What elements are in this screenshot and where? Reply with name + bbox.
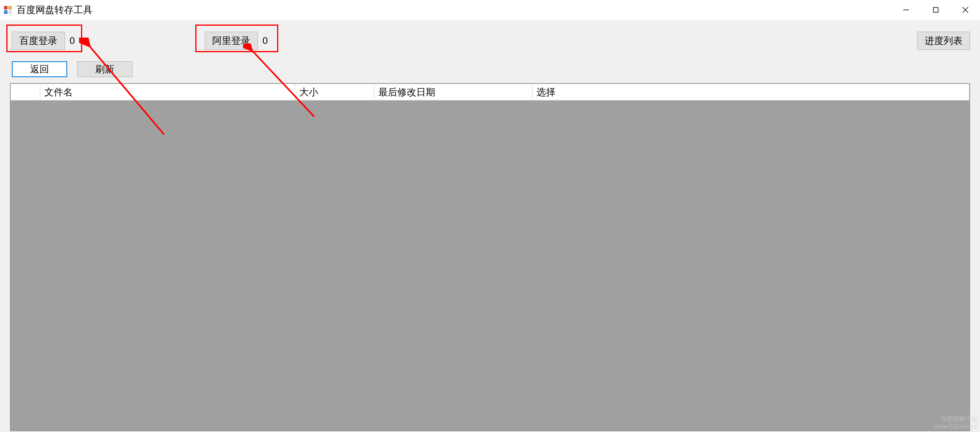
ali-login-group: 阿里登录 0 xyxy=(205,32,268,50)
watermark: 吾爱破解论坛 www.52pojie.cn xyxy=(934,415,978,430)
window-title: 百度网盘转存工具 xyxy=(17,4,93,16)
svg-rect-1 xyxy=(8,6,12,9)
app-icon xyxy=(3,5,13,15)
table-header-size[interactable]: 大小 xyxy=(295,84,374,100)
baidu-login-button[interactable]: 百度登录 xyxy=(12,32,65,50)
nav-row: 返回 刷新 xyxy=(0,59,980,83)
baidu-login-group: 百度登录 0 xyxy=(12,32,75,50)
table-header-select[interactable]: 选择 xyxy=(532,84,969,100)
refresh-button[interactable]: 刷新 xyxy=(77,61,132,77)
close-button[interactable] xyxy=(950,0,980,20)
table-header-icon[interactable] xyxy=(11,84,40,100)
table-header-filename[interactable]: 文件名 xyxy=(40,84,295,100)
svg-rect-2 xyxy=(4,10,8,14)
progress-list-button[interactable]: 进度列表 xyxy=(917,32,970,50)
svg-rect-3 xyxy=(8,10,12,14)
progress-list-group: 进度列表 xyxy=(917,32,970,50)
back-button[interactable]: 返回 xyxy=(12,61,67,77)
table-header-last-modified[interactable]: 最后修改日期 xyxy=(374,84,532,100)
window-controls xyxy=(891,0,980,20)
table-body xyxy=(11,100,969,430)
ali-login-button[interactable]: 阿里登录 xyxy=(205,32,258,50)
baidu-login-count: 0 xyxy=(70,35,75,46)
maximize-button[interactable] xyxy=(921,0,950,20)
login-toolbar: 百度登录 0 阿里登录 0 进度列表 xyxy=(0,20,980,59)
ali-login-count: 0 xyxy=(262,35,268,46)
watermark-line2: www.52pojie.cn xyxy=(934,423,978,430)
watermark-line1: 吾爱破解论坛 xyxy=(934,415,978,423)
window-titlebar: 百度网盘转存工具 xyxy=(0,0,980,20)
file-table: 文件名 大小 最后修改日期 选择 xyxy=(10,83,970,431)
svg-rect-5 xyxy=(933,8,938,12)
minimize-button[interactable] xyxy=(891,0,921,20)
table-header-row: 文件名 大小 最后修改日期 选择 xyxy=(11,84,969,100)
svg-rect-0 xyxy=(4,6,8,9)
